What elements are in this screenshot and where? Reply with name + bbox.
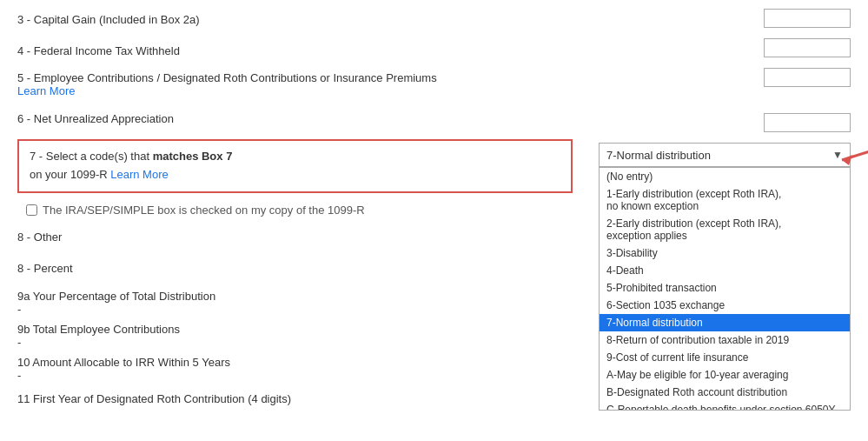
dropdown-item-7[interactable]: 7-Normal distribution [600,314,850,331]
input-row3[interactable] [764,9,851,28]
dropdown-item-2a[interactable]: 2-Early distribution (except Roth IRA),e… [600,215,850,244]
right-row3 [599,9,851,28]
row-3-label: 3 - Capital Gain (Included in Box 2a) [17,13,573,26]
dropdown-item-B[interactable]: B-Designated Roth account distribution [600,384,850,401]
row-10-label: 10 Amount Allocable to IRR Within 5 Year… [17,356,573,369]
right-row5 [599,68,851,103]
row-8-percent: 8 - Percent [17,258,573,279]
row-9a-group: 9a Your Percentage of Total Distribution… [17,290,573,316]
row-5-label: 5 - Employee Contributions / Designated … [17,71,446,84]
dropdown-box7-selected[interactable]: 7-Normal distribution ▼ [599,143,851,167]
box7-dropdown-wrapper: 7-Normal distribution ▼ (No entry) 1-Ear… [599,143,851,167]
row-10-group: 10 Amount Allocable to IRR Within 5 Year… [17,356,573,382]
row-6: 6 - Net Unrealized Appreciation [17,108,573,129]
svg-marker-1 [842,155,852,165]
row-10-dash: - [17,369,573,382]
dropdown-item-1a[interactable]: 1-Early distribution (except Roth IRA),n… [600,185,850,215]
row-9b-label: 9b Total Employee Contributions [17,323,573,336]
dropdown-item-8[interactable]: 8-Return of contribution taxable in 2019 [600,331,850,349]
dropdown-box7-list: (No entry) 1-Early distribution (except … [599,167,851,411]
row-4-label: 4 - Federal Income Tax Withheld [17,44,573,57]
right-row6 [599,113,851,132]
dropdown-item-4[interactable]: 4-Death [600,262,850,279]
dropdown-item-A[interactable]: A-May be eligible for 10-year averaging [600,366,850,384]
row-9b-dash: - [17,336,573,349]
row-11: 11 First Year of Designated Roth Contrib… [17,389,573,410]
dropdown-selected-text: 7-Normal distribution [606,149,711,162]
input-row4[interactable] [764,38,851,57]
dropdown-item-no-entry[interactable]: (No entry) [600,168,850,185]
dropdown-item-C[interactable]: C-Reportable death benefits under sectio… [600,401,850,411]
row-9b-group: 9b Total Employee Contributions - [17,323,573,349]
box7-section: 7 - Select a code(s) that matches Box 7 … [17,139,573,193]
row-4: 4 - Federal Income Tax Withheld [17,40,573,61]
row-8-other-label: 8 - Other [17,231,573,244]
row-11-label: 11 First Year of Designated Roth Contrib… [17,392,573,405]
ira-checkbox-label: The IRA/SEP/SIMPLE box is checked on my … [43,204,365,217]
box7-label: 7 - Select a code(s) that matches Box 7 … [30,148,560,184]
right-row4 [599,38,851,57]
ira-checkbox-row: The IRA/SEP/SIMPLE box is checked on my … [17,204,573,217]
row-5: 5 - Employee Contributions / Designated … [17,71,573,97]
dropdown-item-6[interactable]: 6-Section 1035 exchange [600,297,850,314]
row-9a-dash: - [17,303,573,316]
row-3: 3 - Capital Gain (Included in Box 2a) [17,9,573,30]
dropdown-item-9[interactable]: 9-Cost of current life insurance [600,349,850,366]
ira-checkbox[interactable] [26,204,37,216]
row-8-other: 8 - Other [17,227,573,248]
dropdown-item-3[interactable]: 3-Disability [600,244,850,262]
input-row6[interactable] [764,113,851,132]
dropdown-item-5[interactable]: 5-Prohibited transaction [600,279,850,297]
input-row5[interactable] [764,68,851,87]
row-5-learn-more[interactable]: Learn More [17,84,75,97]
box7-learn-more[interactable]: Learn More [110,168,168,181]
row-6-label: 6 - Net Unrealized Appreciation [17,112,573,125]
row-8-percent-label: 8 - Percent [17,262,573,275]
row-9a-label: 9a Your Percentage of Total Distribution [17,290,573,303]
svg-line-0 [842,138,868,160]
